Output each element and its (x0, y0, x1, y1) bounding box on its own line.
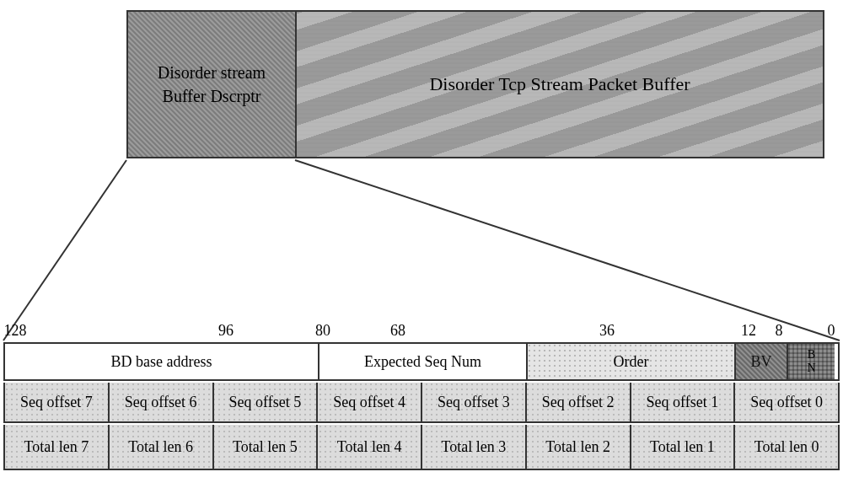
bit-pos-96: 96 (218, 322, 234, 340)
bit-pos-8: 8 (776, 322, 783, 340)
seq-offset-row: Seq offset 7Seq offset 6Seq offset 5Seq … (3, 383, 840, 423)
seq-offset-cell-3: Seq offset 3 (422, 383, 527, 421)
disorder-packet-buffer-cell: Disorder Tcp Stream Packet Buffer (297, 12, 823, 157)
field-bd-base-address: BD base address (5, 344, 319, 379)
svg-line-1 (295, 160, 840, 340)
svg-line-0 (3, 160, 126, 340)
seq-offset-cell-0: Seq offset 0 (735, 383, 838, 421)
bit-pos-80: 80 (315, 322, 330, 340)
total-len-cell-6: Total len 6 (110, 425, 214, 469)
top-buffer-bar: Disorder stream Buffer Dscrptr Disorder … (126, 10, 824, 158)
bit-pos-128: 128 (4, 322, 27, 340)
total-len-cell-1: Total len 1 (631, 425, 736, 469)
disorder-descriptor-label: Disorder stream Buffer Dscrptr (135, 61, 288, 108)
total-len-row: Total len 7Total len 6Total len 5Total l… (3, 425, 840, 470)
seq-offset-cell-7: Seq offset 7 (5, 383, 110, 421)
total-len-cell-0: Total len 0 (735, 425, 838, 469)
total-len-cell-2: Total len 2 (527, 425, 631, 469)
seq-offset-cell-1: Seq offset 1 (631, 383, 736, 421)
bit-pos-12: 12 (741, 322, 756, 340)
seq-offset-cell-6: Seq offset 6 (110, 383, 214, 421)
bit-pos-36: 36 (599, 322, 615, 340)
disorder-descriptor-cell: Disorder stream Buffer Dscrptr (128, 12, 297, 157)
total-len-cell-4: Total len 4 (318, 425, 422, 469)
field-expected-seq-num: Expected Seq Num (319, 344, 528, 379)
disorder-packet-buffer-label: Disorder Tcp Stream Packet Buffer (429, 73, 690, 95)
bit-pos-0: 0 (828, 322, 835, 340)
field-bar: BD base address Expected Seq Num Order B… (3, 342, 840, 381)
seq-offset-cell-4: Seq offset 4 (318, 383, 422, 421)
field-order: Order (528, 344, 736, 379)
field-bv: BV (736, 344, 788, 379)
seq-offset-cell-5: Seq offset 5 (214, 383, 319, 421)
total-len-cell-3: Total len 3 (422, 425, 527, 469)
seq-offset-cell-2: Seq offset 2 (527, 383, 631, 421)
bit-pos-68: 68 (390, 322, 405, 340)
total-len-cell-5: Total len 5 (214, 425, 319, 469)
field-bn: B N (788, 344, 835, 379)
total-len-cell-7: Total len 7 (5, 425, 110, 469)
